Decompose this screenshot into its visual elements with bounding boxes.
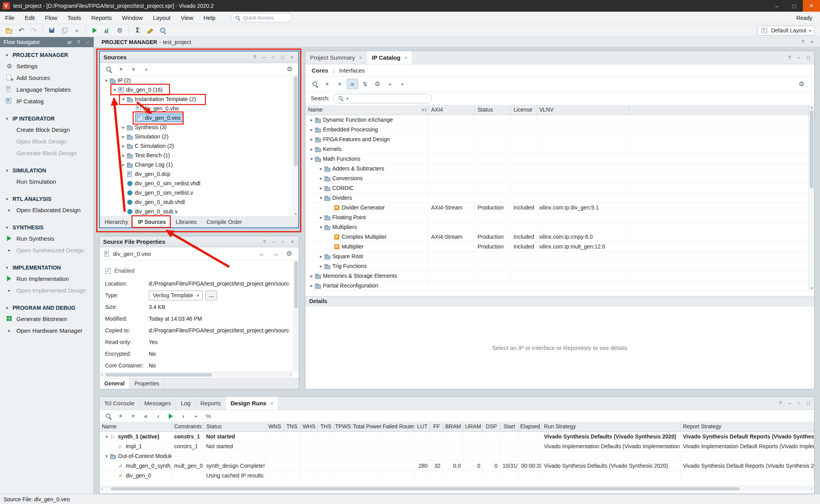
column-header-run-strategy[interactable]: Run Strategy bbox=[542, 422, 681, 431]
enabled-checkbox[interactable] bbox=[105, 268, 111, 274]
ip-catalog-row-conversions[interactable]: ▸Conversions bbox=[305, 174, 809, 183]
source-tree-item-test-bench-1[interactable]: ▸Test Bench (1) bbox=[100, 151, 293, 160]
play-button[interactable] bbox=[165, 411, 176, 421]
design-runs-horizontal-scrollbar[interactable]: ‹ › bbox=[100, 486, 814, 491]
chevron-down-icon[interactable]: ▾ bbox=[4, 305, 10, 311]
maximize-button[interactable]: □ bbox=[786, 0, 803, 12]
percent-button[interactable]: % bbox=[203, 411, 214, 421]
probe-button[interactable] bbox=[157, 25, 168, 36]
column-header-ths[interactable]: THS bbox=[318, 422, 334, 431]
column-header-dsp[interactable]: DSP bbox=[483, 422, 500, 431]
sources-scrollbar[interactable]: ▾ bbox=[293, 76, 298, 217]
chevron-right-icon[interactable]: ▸ bbox=[6, 288, 12, 293]
minimize-button[interactable]: – bbox=[768, 0, 786, 12]
source-tree-item-div-gen-0-16[interactable]: ▾div_gen_0 (16) bbox=[100, 85, 293, 94]
menu-window[interactable]: Window bbox=[117, 12, 148, 24]
menu-edit[interactable]: Edit bbox=[20, 12, 40, 24]
collapse-all-button[interactable]: « bbox=[116, 64, 127, 75]
column-header-bram[interactable]: BRAM bbox=[443, 422, 463, 431]
tab-messages[interactable]: Messages bbox=[140, 397, 176, 410]
ip-catalog-row-partial-reconfiguration[interactable]: ▸Partial Reconfiguration bbox=[305, 281, 809, 291]
customize-button[interactable]: ⚙ bbox=[372, 79, 383, 89]
sidebar-item-open-synthesized-design[interactable]: ▸Open Synthesized Design bbox=[0, 244, 93, 256]
chevron-down-icon[interactable]: ▾ bbox=[103, 454, 110, 459]
ip-catalog-row-math-functions[interactable]: ▾Math Functions bbox=[305, 154, 809, 164]
column-header-total-power[interactable]: Total Power bbox=[352, 422, 382, 431]
help-icon[interactable]: ? bbox=[262, 239, 267, 245]
pencil-button[interactable] bbox=[144, 25, 156, 36]
expand-all-button[interactable]: » bbox=[334, 79, 346, 89]
menu-layout[interactable]: Layout bbox=[148, 12, 176, 24]
undo-button[interactable]: ↶ bbox=[16, 25, 27, 36]
column-header-tns[interactable]: TNS bbox=[283, 422, 301, 431]
sidebar-item-open-implemented-design[interactable]: ▸Open Implemented Design bbox=[0, 284, 93, 296]
minimize-icon[interactable]: – bbox=[787, 400, 792, 406]
sidebar-item-run-implementation[interactable]: Run Implementation bbox=[0, 273, 93, 284]
chevron-right-icon[interactable]: ▸ bbox=[120, 162, 127, 167]
prev-button[interactable]: ‹ bbox=[153, 411, 164, 421]
chevron-down-icon[interactable]: ▾ bbox=[103, 434, 110, 439]
sidebar-item-open-block-design[interactable]: Open Block Design bbox=[0, 135, 93, 147]
help-icon[interactable]: ? bbox=[777, 400, 783, 406]
chevron-down-icon[interactable]: ▾ bbox=[318, 195, 324, 201]
design-run-row-synth-1-active[interactable]: ▾▷synth_1 (active)constrs_1Not startedVi… bbox=[100, 432, 814, 442]
details-button[interactable]: ▪ bbox=[397, 79, 408, 89]
chevron-right-icon[interactable]: ▸ bbox=[308, 283, 315, 288]
sidebar-item-run-simulation[interactable]: Run Simulation bbox=[0, 176, 93, 187]
column-header-whs[interactable]: WHS bbox=[301, 422, 318, 431]
scroll-up-icon[interactable]: ▴ bbox=[809, 105, 814, 109]
column-header-wns[interactable]: WNS bbox=[266, 422, 283, 431]
chevron-right-icon[interactable]: ▸ bbox=[6, 328, 12, 333]
chevron-right-icon[interactable]: ▸ bbox=[318, 176, 324, 181]
expand-all-button[interactable]: » bbox=[128, 411, 139, 421]
design-run-row-out-of-context-module-runs[interactable]: ▾Out-of-Context Module Runs bbox=[100, 451, 814, 461]
close-icon[interactable]: × bbox=[270, 400, 273, 406]
minimize-icon[interactable]: – bbox=[85, 39, 90, 45]
redo-button[interactable]: ↷ bbox=[28, 25, 39, 36]
ip-catalog-row-kernels[interactable]: ▸Kernels bbox=[305, 144, 809, 154]
column-header-elapsed[interactable]: Elapsed bbox=[519, 422, 542, 431]
chevron-right-icon[interactable]: ▸ bbox=[308, 137, 315, 142]
scroll-right-icon[interactable]: › bbox=[288, 373, 293, 377]
chevron-right-icon[interactable]: ▸ bbox=[318, 215, 324, 220]
source-tree-item-div-gen-0-sim-netlist-v[interactable]: div_gen_0_sim_netlist.v bbox=[100, 188, 293, 197]
close-icon[interactable]: × bbox=[809, 39, 815, 45]
ip-catalog-row-adders-subtracters[interactable]: ▸Adders & Subtracters bbox=[305, 164, 809, 174]
column-header-ff[interactable]: FF bbox=[430, 422, 443, 431]
collapse-all-button[interactable]: « bbox=[322, 79, 333, 89]
search-button[interactable] bbox=[103, 411, 114, 421]
column-header-uram[interactable]: URAM bbox=[463, 422, 483, 431]
tab-properties[interactable]: Properties bbox=[130, 378, 164, 389]
minimize-icon[interactable]: – bbox=[271, 239, 276, 245]
close-icon[interactable]: × bbox=[404, 55, 407, 61]
chevron-down-icon[interactable]: ▾ bbox=[120, 97, 127, 102]
sidebar-section-header[interactable]: ▾IMPLEMENTATION bbox=[0, 263, 93, 273]
sidebar-item-create-block-design[interactable]: Create Block Design bbox=[0, 124, 93, 135]
settings-button[interactable]: ⚙ bbox=[284, 64, 295, 75]
scroll-left-icon[interactable]: ‹ bbox=[100, 373, 105, 377]
help-icon[interactable]: ? bbox=[76, 39, 81, 45]
scroll-right-icon[interactable]: › bbox=[809, 486, 814, 491]
sidebar-item-generate-block-design[interactable]: Generate Block Design bbox=[0, 147, 93, 159]
sidebar-section-header[interactable]: ▾RTL ANALYSIS bbox=[0, 194, 93, 204]
design-run-row-mult-gen-0-synth-1[interactable]: ✓mult_gen_0_synth_1mult_gen_0synth_desig… bbox=[100, 461, 814, 471]
chevron-right-icon[interactable]: ▸ bbox=[120, 144, 127, 149]
chevron-right-icon[interactable]: ▸ bbox=[6, 208, 12, 213]
menu-view[interactable]: View bbox=[176, 12, 198, 24]
chevron-right-icon[interactable]: ▸ bbox=[6, 248, 12, 253]
source-tree-item-synthesis-3[interactable]: ▸Synthesis (3) bbox=[100, 122, 293, 132]
chevron-down-icon[interactable]: ▾ bbox=[103, 78, 109, 83]
help-icon[interactable]: ? bbox=[787, 55, 792, 60]
sort-button[interactable]: ⇅ bbox=[359, 79, 371, 89]
tab-ip-catalog[interactable]: IP Catalog× bbox=[367, 51, 412, 64]
next-button[interactable]: › bbox=[178, 411, 189, 421]
maximize-icon[interactable]: □ bbox=[806, 400, 811, 406]
play-button[interactable] bbox=[89, 25, 100, 36]
ip-catalog-row-embedded-processing[interactable]: ▸Embedded Processing bbox=[305, 125, 809, 135]
chevron-right-icon[interactable]: ▸ bbox=[308, 117, 315, 122]
ip-catalog-scrollbar[interactable]: ▴ ▾ bbox=[809, 105, 814, 291]
close-icon[interactable]: × bbox=[290, 239, 295, 245]
tab-general[interactable]: General bbox=[100, 378, 130, 389]
search-button[interactable] bbox=[309, 79, 321, 89]
column-header-name[interactable]: Name∧1 bbox=[305, 105, 428, 115]
